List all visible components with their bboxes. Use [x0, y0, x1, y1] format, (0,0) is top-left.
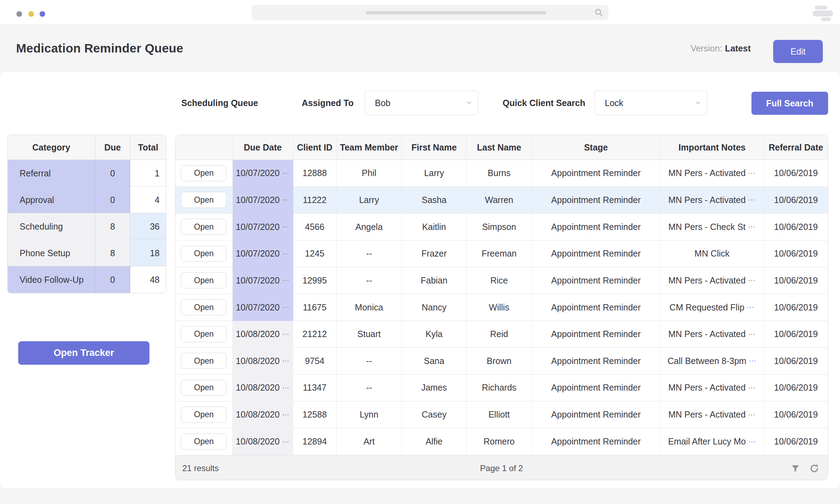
date-more-ellipsis[interactable]: ⋯ [282, 223, 290, 231]
summary-row[interactable]: Approval04 [8, 187, 166, 213]
team-member-cell: Lynn [337, 401, 402, 428]
note-more-ellipsis[interactable]: ⋯ [748, 196, 756, 204]
note-more-ellipsis[interactable]: ⋯ [748, 330, 756, 338]
refresh-icon[interactable] [809, 463, 819, 474]
notes-cell: MN Pers - Activated⋯ [660, 187, 764, 214]
open-row-button[interactable]: Open [181, 272, 226, 288]
window-dot-purple[interactable] [40, 11, 45, 17]
column-header-due-date: Due Date [233, 135, 293, 160]
date-more-ellipsis[interactable]: ⋯ [282, 196, 290, 204]
notes-cell: MN Pers - Activated⋯ [660, 401, 764, 428]
notes-cell: MN Pers - Activated⋯ [660, 160, 764, 187]
open-row-button[interactable]: Open [181, 380, 226, 396]
quick-client-search-select[interactable]: Lock [595, 91, 707, 115]
client-id-cell: 9754 [293, 348, 337, 374]
stage-cell: Appointment Reminder [532, 294, 660, 321]
menu-bar [821, 18, 831, 21]
open-row-button[interactable]: Open [181, 246, 226, 262]
date-more-ellipsis[interactable]: ⋯ [282, 276, 290, 285]
queue-table-header: Due DateClient IDTeam MemberFirst NameLa… [175, 135, 828, 160]
date-more-ellipsis[interactable]: ⋯ [282, 411, 290, 419]
team-member-cell: -- [337, 348, 402, 374]
date-more-ellipsis[interactable]: ⋯ [282, 330, 290, 338]
last-name-cell: Burns [467, 160, 532, 187]
column-header-stage: Stage [532, 135, 660, 160]
note-more-ellipsis[interactable]: ⋯ [748, 438, 756, 446]
team-member-cell: Phil [337, 160, 402, 187]
url-placeholder-pill [366, 11, 546, 14]
edit-button[interactable]: Edit [773, 40, 823, 63]
due-date-cell: 10/08/2020⋯ [233, 348, 293, 374]
due-date-cell: 10/08/2020⋯ [233, 374, 293, 401]
table-row: Open10/07/2020⋯12995--FabianRiceAppointm… [175, 267, 828, 294]
assigned-to-value: Bob [375, 91, 390, 115]
table-row: Open10/07/2020⋯11675MonicaNancyWillisApp… [175, 294, 828, 321]
client-id-cell: 12588 [293, 401, 337, 428]
open-row-button[interactable]: Open [181, 219, 226, 235]
quick-client-search-label: Quick Client Search [503, 91, 585, 115]
open-cell: Open [175, 214, 233, 240]
team-member-cell: Stuart [337, 321, 402, 348]
date-more-ellipsis[interactable]: ⋯ [282, 169, 290, 177]
open-tracker-button[interactable]: Open Tracker [18, 341, 149, 365]
open-row-button[interactable]: Open [181, 434, 226, 450]
first-name-cell: Alfie [402, 428, 467, 455]
client-id-cell: 12995 [293, 267, 337, 294]
date-more-ellipsis[interactable]: ⋯ [282, 384, 290, 392]
date-more-ellipsis[interactable]: ⋯ [282, 303, 290, 312]
note-more-ellipsis[interactable]: ⋯ [749, 357, 756, 365]
menu-bar [813, 10, 833, 16]
table-row: Open10/07/2020⋯4566AngelaKaitlinSimpsonA… [175, 214, 828, 240]
summary-category-cell: Phone Setup [8, 240, 95, 266]
summary-row[interactable]: Video Follow-Up048 [8, 266, 166, 293]
date-more-ellipsis[interactable]: ⋯ [282, 250, 290, 258]
open-cell: Open [175, 374, 233, 401]
note-more-ellipsis[interactable]: ⋯ [748, 223, 756, 231]
last-name-cell: Reid [467, 321, 532, 348]
chevron-down-icon [466, 100, 472, 106]
open-row-button[interactable]: Open [181, 407, 226, 423]
referral-date-cell: 10/06/2019 [764, 374, 828, 401]
table-row: Open10/07/2020⋯11222LarrySashaWarrenAppo… [175, 187, 828, 214]
summary-total-cell: 4 [130, 187, 166, 213]
stage-cell: Appointment Reminder [532, 214, 660, 240]
filter-funnel-icon[interactable] [791, 464, 800, 473]
queue-table: Due DateClient IDTeam MemberFirst NameLa… [175, 135, 828, 480]
summary-row[interactable]: Referral01 [8, 160, 166, 187]
open-row-button[interactable]: Open [181, 326, 226, 342]
full-search-button[interactable]: Full Search [751, 92, 828, 115]
summary-row[interactable]: Phone Setup818 [8, 240, 166, 266]
summary-row[interactable]: Scheduling836 [8, 213, 166, 240]
note-more-ellipsis[interactable]: ⋯ [748, 411, 756, 419]
client-id-cell: 11222 [293, 187, 337, 214]
window-dot-gray[interactable] [16, 11, 22, 17]
window-menu-icon[interactable] [813, 6, 837, 20]
date-more-ellipsis[interactable]: ⋯ [282, 438, 290, 446]
open-cell: Open [175, 267, 233, 294]
menu-bar [815, 6, 827, 9]
note-more-ellipsis[interactable]: ⋯ [748, 276, 756, 285]
stage-cell: Appointment Reminder [532, 428, 660, 455]
chevron-down-icon [695, 100, 701, 106]
client-id-cell: 11347 [293, 374, 337, 401]
page-title: Medication Reminder Queue [16, 25, 183, 72]
last-name-cell: Freeman [467, 240, 532, 267]
client-id-cell: 21212 [293, 321, 337, 348]
assigned-to-select[interactable]: Bob [365, 91, 478, 115]
due-date-cell: 10/07/2020⋯ [233, 160, 293, 187]
date-more-ellipsis[interactable]: ⋯ [282, 357, 290, 365]
summary-header-total: Total [130, 135, 166, 160]
window-dot-yellow[interactable] [28, 11, 34, 17]
browser-search-bar[interactable] [252, 5, 608, 20]
table-row: Open10/08/2020⋯21212StuartKylaReidAppoin… [175, 321, 828, 348]
open-row-button[interactable]: Open [181, 299, 226, 315]
open-row-button[interactable]: Open [181, 192, 226, 208]
open-row-button[interactable]: Open [181, 165, 226, 181]
first-name-cell: Frazer [402, 240, 467, 267]
note-more-ellipsis[interactable]: ⋯ [747, 303, 755, 312]
note-more-ellipsis[interactable]: ⋯ [748, 169, 756, 177]
note-more-ellipsis[interactable]: ⋯ [748, 384, 756, 392]
last-name-cell: Romero [467, 428, 532, 455]
open-row-button[interactable]: Open [181, 353, 226, 369]
open-cell: Open [175, 294, 233, 321]
